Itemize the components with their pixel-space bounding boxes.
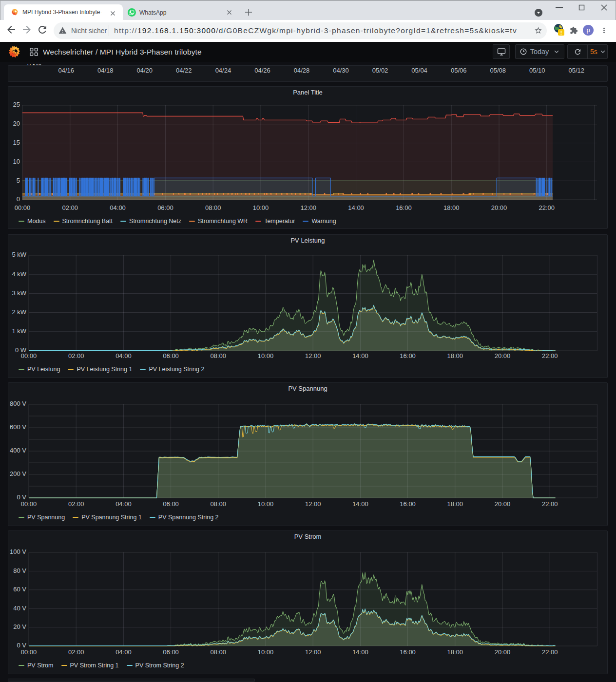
svg-text:12:00: 12:00 (305, 352, 321, 360)
svg-text:14:00: 14:00 (352, 648, 368, 656)
svg-text:3 kW: 3 kW (12, 289, 26, 297)
svg-text:22:00: 22:00 (542, 500, 558, 508)
svg-text:04:00: 04:00 (116, 648, 132, 656)
svg-text:02:00: 02:00 (68, 500, 84, 508)
svg-text:00:00: 00:00 (15, 204, 31, 211)
svg-text:0 W: 0 W (15, 346, 27, 354)
svg-text:18:00: 18:00 (447, 648, 463, 656)
svg-text:0: 0 (17, 195, 20, 203)
svg-text:02:00: 02:00 (62, 204, 78, 211)
svg-text:04:00: 04:00 (116, 500, 132, 508)
svg-text:400 V: 400 V (10, 447, 26, 454)
svg-text:06:00: 06:00 (163, 500, 179, 508)
svg-text:14:00: 14:00 (352, 352, 368, 360)
svg-text:200 V: 200 V (10, 470, 26, 477)
svg-text:10:00: 10:00 (258, 648, 274, 656)
svg-text:800 V: 800 V (10, 400, 26, 407)
svg-text:04/24: 04/24 (215, 67, 231, 74)
svg-text:18:00: 18:00 (447, 500, 463, 508)
svg-text:20: 20 (13, 120, 20, 127)
svg-text:10:00: 10:00 (253, 204, 269, 211)
svg-text:40 V: 40 V (13, 605, 26, 612)
svg-text:0 V: 0 V (17, 642, 26, 649)
svg-text:18:00: 18:00 (447, 352, 463, 360)
svg-text:14:00: 14:00 (348, 204, 364, 211)
svg-text:1 kW: 1 kW (12, 327, 26, 335)
svg-text:10:00: 10:00 (258, 352, 274, 360)
svg-text:20 V: 20 V (13, 623, 26, 630)
svg-text:08:00: 08:00 (211, 500, 227, 508)
svg-text:04/22: 04/22 (176, 67, 192, 74)
svg-text:12:00: 12:00 (305, 648, 321, 656)
svg-text:100 V: 100 V (10, 548, 26, 555)
svg-text:08:00: 08:00 (211, 352, 227, 360)
svg-text:04:00: 04:00 (110, 204, 126, 211)
svg-text:05/08: 05/08 (490, 67, 506, 74)
svg-text:5 kW: 5 kW (12, 251, 26, 258)
svg-text:15: 15 (13, 139, 20, 146)
svg-text:02:00: 02:00 (68, 352, 84, 360)
svg-text:05/04: 05/04 (411, 67, 427, 74)
svg-text:60 V: 60 V (13, 586, 26, 593)
svg-text:05/02: 05/02 (372, 67, 388, 74)
svg-text:22:00: 22:00 (542, 648, 558, 656)
svg-text:04/16: 04/16 (58, 67, 74, 74)
svg-text:4 kW: 4 kW (12, 270, 26, 278)
svg-text:06:00: 06:00 (157, 204, 173, 211)
svg-text:05/06: 05/06 (451, 67, 467, 74)
svg-text:14:00: 14:00 (352, 500, 368, 508)
svg-text:05/12: 05/12 (569, 67, 585, 74)
svg-text:16:00: 16:00 (400, 352, 416, 360)
svg-text:5: 5 (17, 177, 20, 184)
svg-text:600 V: 600 V (10, 423, 26, 431)
svg-text:08:00: 08:00 (205, 204, 221, 211)
svg-text:10:00: 10:00 (258, 500, 274, 508)
svg-text:10: 10 (13, 158, 20, 165)
svg-text:12:00: 12:00 (301, 204, 317, 211)
svg-text:06:00: 06:00 (163, 648, 179, 656)
svg-text:0 V: 0 V (17, 493, 26, 501)
svg-text:06:00: 06:00 (163, 352, 179, 360)
svg-text:22:00: 22:00 (542, 352, 558, 360)
svg-text:25: 25 (13, 101, 20, 108)
svg-text:00:00: 00:00 (21, 648, 37, 656)
svg-text:05/10: 05/10 (529, 67, 545, 74)
svg-text:04/18: 04/18 (97, 67, 114, 74)
svg-text:04/20: 04/20 (137, 67, 153, 74)
svg-text:12:00: 12:00 (305, 500, 321, 508)
svg-text:02:00: 02:00 (68, 648, 84, 656)
svg-text:00:00: 00:00 (21, 500, 37, 508)
svg-text:18:00: 18:00 (443, 204, 460, 211)
svg-text:16:00: 16:00 (400, 648, 416, 656)
svg-text:20:00: 20:00 (495, 352, 511, 360)
svg-text:04/30: 04/30 (333, 67, 349, 74)
svg-text:20:00: 20:00 (491, 204, 507, 211)
svg-text:2 kW: 2 kW (12, 308, 26, 316)
svg-text:22:00: 22:00 (539, 204, 555, 211)
svg-text:16:00: 16:00 (396, 204, 412, 211)
svg-text:!: ! (560, 30, 562, 36)
svg-text:04/28: 04/28 (294, 67, 310, 74)
svg-text:16:00: 16:00 (400, 500, 416, 508)
svg-text:08:00: 08:00 (211, 648, 227, 656)
svg-text:04:00: 04:00 (116, 352, 132, 360)
svg-text:20:00: 20:00 (495, 648, 511, 656)
svg-text:20:00: 20:00 (495, 500, 511, 508)
svg-text:04/26: 04/26 (254, 67, 270, 74)
svg-text:80 V: 80 V (13, 567, 26, 574)
